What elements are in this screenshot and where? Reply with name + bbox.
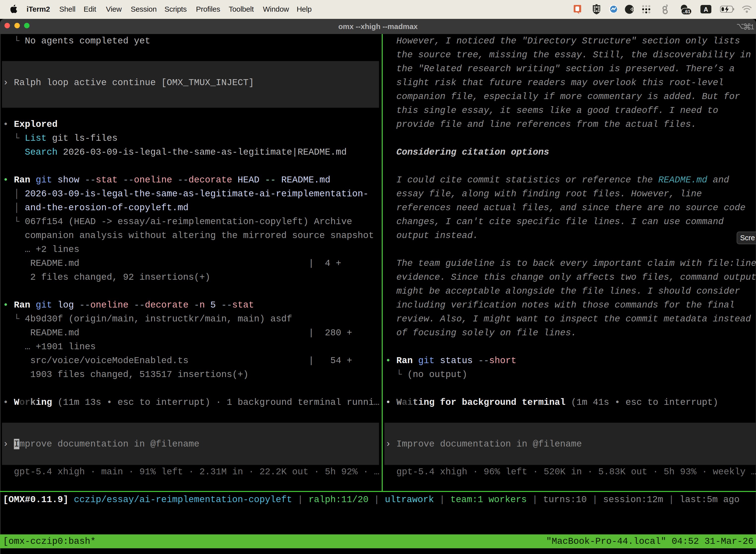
svg-text:..61: ..61 bbox=[683, 9, 691, 14]
svg-text:1: 1 bbox=[750, 23, 754, 31]
svg-text:A: A bbox=[704, 6, 708, 13]
